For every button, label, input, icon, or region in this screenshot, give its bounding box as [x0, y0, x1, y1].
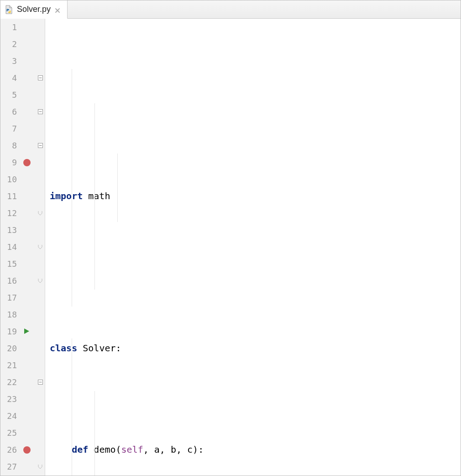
code-editor[interactable]: 1 2 3 4 5 6 7 8 9 10 11 12 13 14 15 16 1… — [0, 19, 461, 476]
gutter-line: 26 — [0, 441, 45, 458]
gutter-line: 24 — [0, 407, 45, 424]
fold-minus-icon[interactable] — [37, 103, 44, 120]
gutter-line: 8 — [0, 137, 45, 154]
gutter-line: 27 — [0, 458, 45, 475]
fold-minus-icon[interactable] — [37, 374, 44, 391]
breakpoint-icon[interactable] — [23, 446, 31, 454]
gutter-line: 7 — [0, 120, 45, 137]
gutter-line: 1 — [0, 19, 45, 36]
fold-minus-icon[interactable] — [37, 137, 44, 154]
code-area[interactable]: import math class Solver: def demo(self,… — [45, 19, 461, 476]
gutter-line: 16 — [0, 272, 45, 289]
gutter-line: 9 — [0, 154, 45, 171]
gutter-line: 12 — [0, 205, 45, 222]
code-line: import math — [45, 188, 461, 205]
gutter-line: 5 — [0, 86, 45, 103]
tab-solver-py[interactable]: Solver.py — [0, 0, 68, 19]
breakpoint-icon[interactable] — [23, 159, 31, 166]
gutter-line: 10 — [0, 171, 45, 188]
code-line: def demo(self, a, b, c): — [45, 441, 461, 458]
code-line — [45, 391, 461, 407]
gutter-line: 14 — [0, 238, 45, 255]
code-line: class Solver: — [45, 340, 461, 357]
tab-bar: Solver.py — [0, 0, 461, 19]
gutter-line: 15 — [0, 255, 45, 272]
gutter-line: 13 — [0, 222, 45, 238]
gutter-line: 2 — [0, 36, 45, 53]
gutter-line: 11 — [0, 188, 45, 205]
gutter-line: 19 — [0, 323, 45, 340]
code-line — [45, 289, 461, 306]
gutter-line: 4 — [0, 69, 45, 86]
gutter[interactable]: 1 2 3 4 5 6 7 8 9 10 11 12 13 14 15 16 1… — [0, 19, 45, 476]
python-file-icon — [4, 5, 13, 14]
fold-minus-icon[interactable] — [37, 69, 44, 86]
gutter-line: 17 — [0, 289, 45, 306]
code-line — [45, 238, 461, 255]
gutter-line: 6 — [0, 103, 45, 120]
gutter-line: 23 — [0, 391, 45, 407]
gutter-line: 22 — [0, 374, 45, 391]
gutter-line: 3 — [0, 53, 45, 69]
tab-filename: Solver.py — [17, 5, 51, 14]
gutter-line: 21 — [0, 357, 45, 374]
gutter-line: 20 — [0, 340, 45, 357]
run-icon[interactable] — [23, 323, 30, 340]
close-tab-icon[interactable] — [54, 6, 61, 13]
fold-close-icon[interactable] — [37, 238, 44, 255]
fold-close-icon[interactable] — [37, 458, 44, 475]
gutter-line: 25 — [0, 424, 45, 441]
gutter-line: 18 — [0, 306, 45, 323]
fold-close-icon[interactable] — [37, 272, 44, 289]
fold-close-icon[interactable] — [37, 205, 44, 222]
